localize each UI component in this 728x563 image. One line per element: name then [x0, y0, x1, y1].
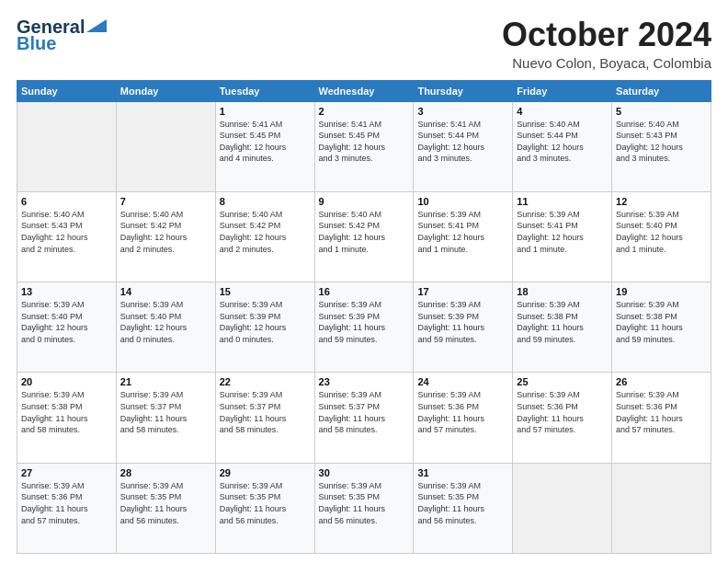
day-cell: 2Sunrise: 5:41 AM Sunset: 5:45 PM Daylig…	[314, 101, 414, 191]
day-cell	[612, 463, 711, 553]
day-info: Sunrise: 5:41 AM Sunset: 5:45 PM Dayligh…	[319, 119, 410, 165]
header-day-sunday: Sunday	[17, 80, 117, 101]
day-cell	[116, 101, 215, 191]
day-cell: 18Sunrise: 5:39 AM Sunset: 5:38 PM Dayli…	[513, 282, 612, 373]
day-cell: 17Sunrise: 5:39 AM Sunset: 5:39 PM Dayli…	[414, 282, 513, 373]
day-info: Sunrise: 5:39 AM Sunset: 5:38 PM Dayligh…	[21, 389, 112, 435]
week-row-4: 27Sunrise: 5:39 AM Sunset: 5:36 PM Dayli…	[17, 463, 711, 553]
day-info: Sunrise: 5:40 AM Sunset: 5:44 PM Dayligh…	[517, 119, 608, 165]
day-info: Sunrise: 5:40 AM Sunset: 5:42 PM Dayligh…	[120, 209, 211, 255]
day-info: Sunrise: 5:40 AM Sunset: 5:43 PM Dayligh…	[21, 209, 112, 255]
location-title: Nuevo Colon, Boyaca, Colombia	[502, 55, 711, 71]
week-row-3: 20Sunrise: 5:39 AM Sunset: 5:38 PM Dayli…	[17, 373, 711, 463]
title-section: October 2024 Nuevo Colon, Boyaca, Colomb…	[502, 17, 711, 71]
day-number: 3	[417, 106, 508, 117]
day-cell: 11Sunrise: 5:39 AM Sunset: 5:41 PM Dayli…	[513, 191, 612, 282]
header-day-friday: Friday	[513, 80, 612, 101]
day-info: Sunrise: 5:39 AM Sunset: 5:41 PM Dayligh…	[517, 209, 608, 255]
day-cell: 31Sunrise: 5:39 AM Sunset: 5:35 PM Dayli…	[414, 463, 513, 553]
day-cell: 21Sunrise: 5:39 AM Sunset: 5:37 PM Dayli…	[116, 373, 215, 463]
day-info: Sunrise: 5:40 AM Sunset: 5:43 PM Dayligh…	[616, 119, 707, 165]
day-number: 4	[517, 106, 608, 117]
day-info: Sunrise: 5:41 AM Sunset: 5:44 PM Dayligh…	[417, 119, 508, 165]
day-cell: 19Sunrise: 5:39 AM Sunset: 5:38 PM Dayli…	[612, 282, 711, 373]
day-cell: 10Sunrise: 5:39 AM Sunset: 5:41 PM Dayli…	[414, 191, 513, 282]
header-day-tuesday: Tuesday	[215, 80, 314, 101]
day-info: Sunrise: 5:39 AM Sunset: 5:41 PM Dayligh…	[417, 209, 508, 255]
week-row-0: 1Sunrise: 5:41 AM Sunset: 5:45 PM Daylig…	[17, 101, 711, 191]
day-info: Sunrise: 5:39 AM Sunset: 5:38 PM Dayligh…	[517, 299, 608, 345]
week-row-1: 6Sunrise: 5:40 AM Sunset: 5:43 PM Daylig…	[17, 191, 711, 282]
day-number: 25	[517, 376, 608, 387]
day-info: Sunrise: 5:39 AM Sunset: 5:35 PM Dayligh…	[120, 480, 211, 526]
day-cell: 30Sunrise: 5:39 AM Sunset: 5:35 PM Dayli…	[314, 463, 414, 553]
day-cell: 29Sunrise: 5:39 AM Sunset: 5:35 PM Dayli…	[215, 463, 314, 553]
day-number: 23	[319, 376, 410, 387]
day-info: Sunrise: 5:39 AM Sunset: 5:37 PM Dayligh…	[220, 389, 311, 435]
day-number: 5	[616, 106, 707, 117]
header-row: SundayMondayTuesdayWednesdayThursdayFrid…	[17, 80, 711, 101]
day-number: 15	[220, 286, 311, 297]
day-info: Sunrise: 5:39 AM Sunset: 5:39 PM Dayligh…	[220, 299, 311, 345]
day-cell: 16Sunrise: 5:39 AM Sunset: 5:39 PM Dayli…	[314, 282, 414, 373]
day-cell: 24Sunrise: 5:39 AM Sunset: 5:36 PM Dayli…	[414, 373, 513, 463]
day-info: Sunrise: 5:41 AM Sunset: 5:45 PM Dayligh…	[220, 119, 311, 165]
logo-icon	[86, 19, 107, 32]
day-info: Sunrise: 5:39 AM Sunset: 5:37 PM Dayligh…	[120, 389, 211, 435]
day-info: Sunrise: 5:39 AM Sunset: 5:37 PM Dayligh…	[319, 389, 410, 435]
week-row-2: 13Sunrise: 5:39 AM Sunset: 5:40 PM Dayli…	[17, 282, 711, 373]
day-number: 28	[120, 467, 211, 478]
calendar-table: SundayMondayTuesdayWednesdayThursdayFrid…	[17, 80, 711, 554]
day-cell: 25Sunrise: 5:39 AM Sunset: 5:36 PM Dayli…	[513, 373, 612, 463]
month-title: October 2024	[502, 17, 711, 53]
header: General Blue October 2024 Nuevo Colon, B…	[17, 17, 711, 71]
day-number: 17	[417, 286, 508, 297]
page: General Blue October 2024 Nuevo Colon, B…	[0, 0, 728, 563]
calendar-body: 1Sunrise: 5:41 AM Sunset: 5:45 PM Daylig…	[17, 101, 711, 553]
day-info: Sunrise: 5:39 AM Sunset: 5:40 PM Dayligh…	[21, 299, 112, 345]
day-number: 10	[417, 196, 508, 207]
day-info: Sunrise: 5:39 AM Sunset: 5:40 PM Dayligh…	[616, 209, 707, 255]
day-number: 29	[220, 467, 311, 478]
day-cell: 3Sunrise: 5:41 AM Sunset: 5:44 PM Daylig…	[414, 101, 513, 191]
day-info: Sunrise: 5:39 AM Sunset: 5:36 PM Dayligh…	[517, 389, 608, 435]
logo: General Blue	[17, 17, 107, 53]
day-cell: 6Sunrise: 5:40 AM Sunset: 5:43 PM Daylig…	[17, 191, 117, 282]
day-info: Sunrise: 5:39 AM Sunset: 5:39 PM Dayligh…	[319, 299, 410, 345]
day-number: 12	[616, 196, 707, 207]
day-cell: 27Sunrise: 5:39 AM Sunset: 5:36 PM Dayli…	[17, 463, 117, 553]
day-number: 14	[120, 286, 211, 297]
day-info: Sunrise: 5:39 AM Sunset: 5:36 PM Dayligh…	[417, 389, 508, 435]
day-info: Sunrise: 5:40 AM Sunset: 5:42 PM Dayligh…	[319, 209, 410, 255]
header-day-thursday: Thursday	[414, 80, 513, 101]
day-cell	[17, 101, 117, 191]
day-number: 21	[120, 376, 211, 387]
day-number: 16	[319, 286, 410, 297]
day-cell: 26Sunrise: 5:39 AM Sunset: 5:36 PM Dayli…	[612, 373, 711, 463]
day-number: 8	[220, 196, 311, 207]
day-number: 18	[517, 286, 608, 297]
day-number: 27	[21, 467, 112, 478]
day-cell: 5Sunrise: 5:40 AM Sunset: 5:43 PM Daylig…	[612, 101, 711, 191]
header-day-monday: Monday	[116, 80, 215, 101]
calendar-header: SundayMondayTuesdayWednesdayThursdayFrid…	[17, 80, 711, 101]
day-number: 13	[21, 286, 112, 297]
day-info: Sunrise: 5:39 AM Sunset: 5:39 PM Dayligh…	[417, 299, 508, 345]
day-cell: 13Sunrise: 5:39 AM Sunset: 5:40 PM Dayli…	[17, 282, 117, 373]
day-info: Sunrise: 5:39 AM Sunset: 5:35 PM Dayligh…	[319, 480, 410, 526]
day-number: 7	[120, 196, 211, 207]
day-number: 31	[417, 467, 508, 478]
day-number: 11	[517, 196, 608, 207]
logo-blue: Blue	[17, 33, 56, 53]
day-cell: 1Sunrise: 5:41 AM Sunset: 5:45 PM Daylig…	[215, 101, 314, 191]
header-day-wednesday: Wednesday	[314, 80, 414, 101]
day-cell: 9Sunrise: 5:40 AM Sunset: 5:42 PM Daylig…	[314, 191, 414, 282]
day-cell	[513, 463, 612, 553]
day-info: Sunrise: 5:40 AM Sunset: 5:42 PM Dayligh…	[220, 209, 311, 255]
day-number: 22	[220, 376, 311, 387]
day-info: Sunrise: 5:39 AM Sunset: 5:35 PM Dayligh…	[417, 480, 508, 526]
day-info: Sunrise: 5:39 AM Sunset: 5:38 PM Dayligh…	[616, 299, 707, 345]
day-number: 30	[319, 467, 410, 478]
day-number: 24	[417, 376, 508, 387]
day-cell: 7Sunrise: 5:40 AM Sunset: 5:42 PM Daylig…	[116, 191, 215, 282]
